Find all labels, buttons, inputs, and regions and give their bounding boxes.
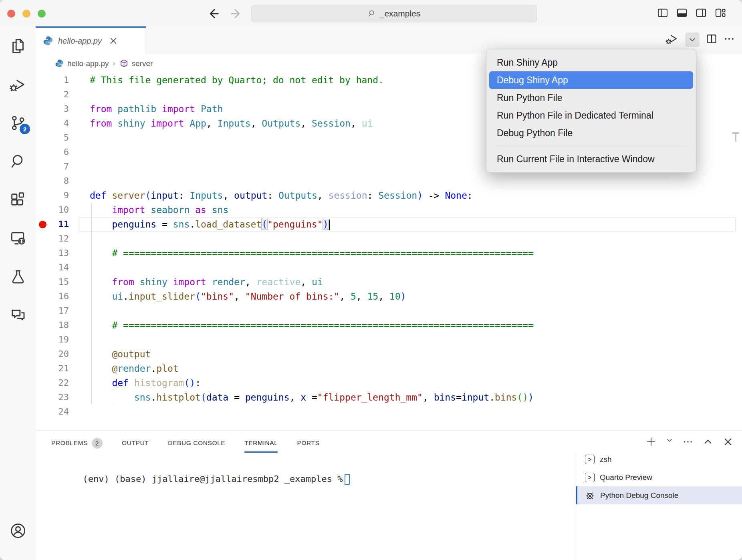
editor-more-actions[interactable] [724,33,735,46]
line-number: 4 [36,116,69,131]
line-number: 20 [36,347,69,361]
code-line[interactable]: 12 [36,232,742,246]
menu-item-run-shiny-app[interactable]: Run Shiny App [489,54,693,71]
line-number: 15 [36,275,69,289]
menu-item-debug-shiny-app[interactable]: Debug Shiny App [489,71,693,89]
activity-item-extensions[interactable] [9,191,27,209]
panel-tab-output[interactable]: OUTPUT [122,431,149,455]
line-number: 1 [36,73,69,87]
activity-item-comments[interactable] [9,306,27,324]
panel-tab-ports[interactable]: PORTS [297,431,319,455]
traffic-light-close[interactable] [7,10,15,18]
breadcrumb-symbol[interactable]: server [132,59,153,68]
code-line[interactable]: 18 # ===================================… [36,318,742,332]
line-number: 3 [36,102,69,116]
traffic-light-maximize[interactable] [38,10,46,18]
toggle-secondary-sidebar-icon[interactable] [696,7,707,19]
close-panel-button[interactable] [723,437,733,447]
toggle-panel-icon[interactable] [676,7,688,19]
code-text: # ======================================… [90,318,534,332]
code-text: @render.plot [90,361,179,376]
vscode-window: _examples 2 [0,0,742,560]
code-line[interactable]: 19 [36,332,742,347]
run-dropdown-chevron[interactable] [685,32,700,47]
split-editor-button[interactable] [706,33,717,46]
activity-item-run-and-debug[interactable] [9,75,27,94]
code-text: @output [90,347,151,361]
tab-close-icon[interactable] [109,36,118,45]
toggle-primary-sidebar-icon[interactable] [657,7,668,19]
editor-cursor [329,220,330,230]
chevron-right-icon: › [112,59,116,68]
remote-explorer-icon [9,229,27,248]
terminal-output[interactable]: (env) (base) jjallaire@jjallairesmbp2 _e… [51,464,350,495]
account-button[interactable] [9,522,27,540]
panel-tab-debug-console[interactable]: DEBUG CONSOLE [168,431,225,455]
code-text: penguins = sns.load_dataset("penguins") [90,217,330,232]
activity-item-explorer[interactable] [9,37,27,55]
code-line[interactable]: 23 sns.histplot(data = penguins, x ="fli… [36,390,742,405]
code-line[interactable]: 24 [36,405,742,419]
python-icon [43,36,53,46]
code-line[interactable]: 13 # ===================================… [36,246,742,260]
line-number: 13 [36,246,69,260]
activity-item-remote-explorer[interactable] [9,229,27,248]
terminal-list-label: Python Debug Console [600,491,678,500]
line-number: 5 [36,131,69,145]
forward-button[interactable] [229,7,242,20]
maximize-panel-button[interactable] [703,437,713,447]
problems-badge: 2 [92,438,103,449]
run-or-debug-button[interactable] [665,32,679,47]
line-number: 7 [36,159,69,174]
line-number: 21 [36,361,69,376]
code-line[interactable]: 8 [36,174,742,188]
tab-hello-app[interactable]: hello-app.py [36,26,146,54]
terminal-list: >zsh>Quarto PreviewPython Debug Console [576,450,742,504]
code-line[interactable]: 10 import seaborn as sns [36,203,742,217]
code-line[interactable]: 22 def histogram(): [36,376,742,390]
terminal-dropdown-chevron[interactable] [666,437,673,447]
overview-ruler-mark [735,134,736,142]
comments-icon [9,306,27,324]
code-line[interactable]: 21 @render.plot [36,361,742,376]
menu-item-run-current-file-in-interactive-window[interactable]: Run Current File in Interactive Window [489,150,693,168]
panel-tab-problems[interactable]: PROBLEMS2 [51,431,103,455]
code-line[interactable]: 11 penguins = sns.load_dataset("penguins… [36,217,742,232]
activity-item-search[interactable] [9,152,27,171]
code-text: ui.input_slider("bins", "Number of bins:… [90,289,406,304]
code-line[interactable]: 15 from shiny import render, reactive, u… [36,275,742,289]
run-debug-dropdown-menu: Run Shiny AppDebug Shiny AppRun Python F… [486,49,696,173]
breadcrumb-file[interactable]: hello-app.py [67,59,109,68]
traffic-light-minimize[interactable] [22,10,30,18]
line-number: 12 [36,232,69,246]
terminal-list-label: Quarto Preview [600,473,652,482]
beaker-icon [9,268,27,286]
panel-tabs: PROBLEMS2OUTPUTDEBUG CONSOLETERMINALPORT… [51,431,320,455]
line-number: 23 [36,390,69,405]
menu-item-run-python-file[interactable]: Run Python File [489,89,693,107]
customize-layout-icon[interactable] [715,7,726,19]
activity-item-source-control[interactable]: 2 [9,114,27,132]
new-terminal-button[interactable] [646,437,656,447]
panel-more-actions[interactable] [683,437,693,447]
bottom-panel: PROBLEMS2OUTPUTDEBUG CONSOLETERMINALPORT… [36,431,742,560]
terminal-list-item-python-debug-console[interactable]: Python Debug Console [576,486,742,504]
back-button[interactable] [208,7,220,20]
line-number: 2 [36,87,69,102]
code-line[interactable]: 17 [36,304,742,318]
indent-guide [91,203,92,405]
code-line[interactable]: 16 ui.input_slider("bins", "Number of bi… [36,289,742,304]
code-line[interactable]: 9def server(input: Inputs, output: Outpu… [36,188,742,203]
line-number: 16 [36,289,69,304]
code-text: import seaborn as sns [90,203,228,217]
search-box[interactable]: _examples [251,5,537,22]
code-line[interactable]: 14 [36,260,742,275]
activity-item-testing[interactable] [9,268,27,286]
terminal-list-item-zsh[interactable]: >zsh [576,450,742,468]
terminal-list-item-quarto-preview[interactable]: >Quarto Preview [576,468,742,486]
code-line[interactable]: 20 @output [36,347,742,361]
panel-tab-terminal[interactable]: TERMINAL [244,431,278,455]
menu-item-debug-python-file[interactable]: Debug Python File [489,124,693,142]
menu-item-run-python-file-in-dedicated-terminal[interactable]: Run Python File in Dedicated Terminal [489,107,693,124]
code-text: from pathlib import Path [90,102,223,116]
